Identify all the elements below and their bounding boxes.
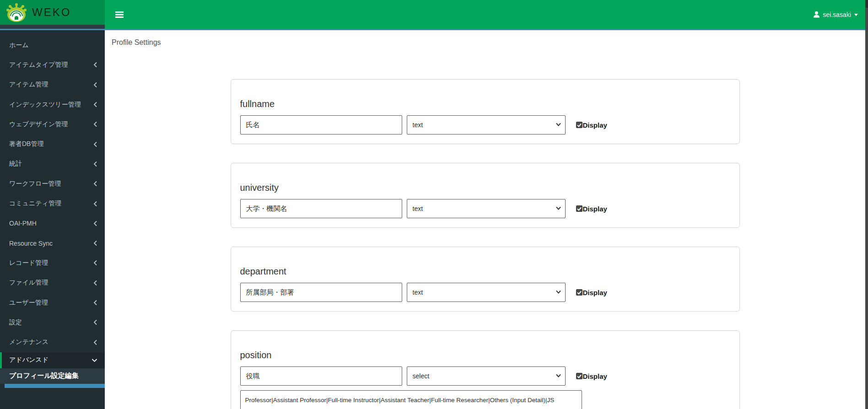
sidebar-item-label: コミュニティ管理 (9, 199, 61, 208)
field-type-select-wrap: text (407, 115, 566, 135)
profile-field-card: department text (231, 247, 740, 312)
sidebar-menu-item[interactable]: Resource Sync (0, 233, 105, 253)
sidebar-menu-item[interactable]: コミュニティ管理 (0, 194, 105, 213)
field-type-select-wrap: text (407, 283, 566, 302)
field-row: text Display (240, 283, 730, 302)
field-title: university (240, 183, 730, 192)
user-name: sei.sasaki (823, 11, 851, 18)
logo-column: WEKO (0, 0, 105, 29)
sidebar-menu-item[interactable]: 設定 (0, 312, 105, 332)
user-icon (813, 11, 820, 18)
top-bar: WEKO sei.sasaki (0, 0, 868, 29)
user-menu-button[interactable]: sei.sasaki (813, 11, 858, 18)
sidebar-item-label: OAI-PMH (9, 220, 37, 227)
field-label-input[interactable] (240, 115, 402, 135)
page-title: Profile Settings (112, 38, 865, 47)
field-type-select[interactable]: text (407, 115, 566, 135)
angle-left-icon (93, 339, 97, 345)
checkbox-checked-icon[interactable] (576, 373, 582, 379)
sidebar-menu-item[interactable]: ユーザー管理 (0, 293, 105, 312)
profile-field-card: university text (231, 163, 740, 228)
field-type-select[interactable]: select (407, 366, 566, 386)
field-title: position (240, 350, 730, 360)
angle-left-icon (93, 280, 97, 286)
sidebar-menu-item[interactable]: レコード管理 (0, 253, 105, 273)
field-options-input[interactable] (240, 390, 582, 409)
sidebar-item-label: メンテナンス (9, 338, 49, 346)
page-scrollbar[interactable] (865, 0, 868, 409)
display-label: Display (583, 205, 607, 213)
display-toggle[interactable]: Display (576, 372, 607, 380)
sidebar-item-label: アイテム管理 (9, 81, 48, 89)
sidebar-item-label: 著者DB管理 (9, 140, 43, 148)
caret-down-icon (854, 14, 858, 16)
profile-field-card: fullname text (231, 79, 740, 144)
field-label-input[interactable] (240, 283, 402, 302)
angle-left-icon (93, 240, 97, 246)
checkbox-checked-icon[interactable] (576, 289, 582, 296)
angle-left-icon (93, 260, 97, 266)
sidebar-item-label: 設定 (9, 318, 22, 327)
logo-under-strip (0, 25, 105, 29)
angle-left-icon (93, 161, 97, 167)
field-type-select-wrap: select (407, 366, 566, 386)
angle-left-icon (93, 319, 97, 325)
field-options-row (240, 390, 730, 409)
sidebar-menu-item[interactable]: 著者DB管理 (0, 134, 105, 154)
sidebar-menu-item[interactable]: アイテム管理 (0, 75, 105, 95)
sidebar: ホーム アイテムタイプ管理 アイテム管理 (0, 30, 105, 409)
field-row: text Display (240, 115, 730, 135)
display-label: Display (583, 121, 607, 129)
display-toggle[interactable]: Display (576, 205, 607, 213)
sidebar-menu: ホーム アイテムタイプ管理 アイテム管理 (0, 30, 105, 388)
sidebar-menu-item[interactable]: インデックスツリー管理 (0, 95, 105, 114)
display-label: Display (583, 289, 607, 296)
angle-left-icon (93, 201, 97, 207)
sidebar-item-label: 統計 (9, 160, 22, 168)
header-accent-line (0, 29, 868, 30)
display-label: Display (583, 372, 607, 380)
sidebar-menu-item[interactable]: ウェブデザイン管理 (0, 114, 105, 134)
sidebar-item-label: ユーザー管理 (9, 299, 48, 307)
angle-left-icon (93, 221, 97, 226)
angle-left-icon (93, 121, 97, 127)
sidebar-menu-item[interactable]: 統計 (0, 154, 105, 174)
field-title: department (240, 267, 730, 276)
angle-left-icon (93, 181, 97, 187)
sidebar-item-label: ワークフロー管理 (9, 180, 61, 188)
field-type-select[interactable]: text (407, 283, 566, 302)
sidebar-item-label: アドバンスド (9, 356, 49, 364)
angle-left-icon (93, 300, 97, 306)
field-label-input[interactable] (240, 366, 402, 386)
sidebar-menu-item[interactable]: メンテナンス (0, 332, 105, 352)
field-type-select[interactable]: text (407, 199, 566, 218)
angle-left-icon (93, 62, 97, 68)
weko-logo-icon (6, 2, 27, 22)
sidebar-menu-item[interactable]: アドバンスド (0, 352, 105, 368)
sidebar-item-label: ファイル管理 (9, 279, 48, 287)
checkbox-checked-icon[interactable] (576, 205, 582, 212)
angle-left-icon (93, 102, 97, 108)
angle-left-icon (93, 141, 97, 147)
checkbox-checked-icon[interactable] (576, 122, 582, 128)
sidebar-toggle-button[interactable] (112, 7, 127, 22)
display-toggle[interactable]: Display (576, 289, 607, 296)
scrollbar-top-cap (865, 0, 868, 8)
sidebar-item-label: アイテムタイプ管理 (9, 61, 68, 69)
bars-icon (115, 11, 124, 18)
main-content: Profile Settings fullname text (105, 0, 865, 409)
sidebar-menu-item[interactable]: ホーム (0, 35, 105, 55)
sidebar-item-label: Resource Sync (9, 240, 53, 247)
sidebar-menu-item[interactable]: ファイル管理 (0, 273, 105, 293)
logo-area[interactable]: WEKO (0, 0, 105, 25)
sidebar-menu-item[interactable]: アイテムタイプ管理 (0, 55, 105, 75)
angle-left-icon (93, 82, 97, 88)
sidebar-menu-item[interactable]: OAI-PMH (0, 214, 105, 233)
sidebar-item-label: インデックスツリー管理 (9, 101, 81, 109)
brand-title: WEKO (32, 6, 71, 19)
sidebar-submenu-item-profile-settings[interactable]: プロフィール設定編集 (0, 368, 105, 384)
submenu-active-indicator (5, 384, 105, 388)
display-toggle[interactable]: Display (576, 121, 607, 129)
sidebar-menu-item[interactable]: ワークフロー管理 (0, 174, 105, 194)
field-label-input[interactable] (240, 199, 402, 218)
